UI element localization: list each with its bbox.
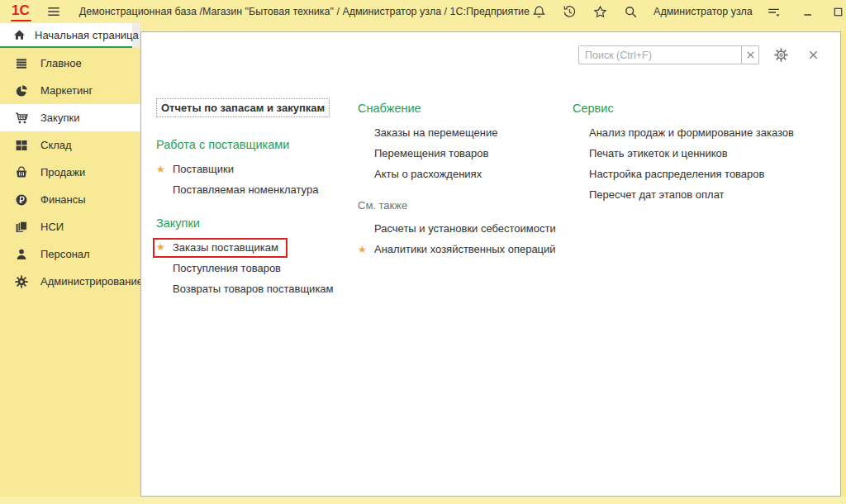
panel-close-button[interactable] [804, 48, 822, 62]
sidebar-item-personnel[interactable]: Персонал [0, 240, 140, 268]
person-icon [14, 248, 29, 261]
sidebar-item-purchases[interactable]: Закупки [0, 104, 140, 131]
nav-link[interactable]: Расчеты и установки себестоимости [358, 218, 574, 239]
clear-x-icon [743, 50, 758, 59]
nav-link[interactable]: ★Аналитики хозяйственных операций [358, 239, 574, 259]
sidebar-item-label: НСИ [40, 221, 64, 233]
home-icon [12, 29, 26, 41]
focused-link[interactable]: Отчеты по запасам и закупкам [156, 98, 330, 117]
history-button[interactable] [560, 3, 578, 21]
panel-toolbar [578, 45, 822, 64]
main-menu-button[interactable] [45, 2, 63, 21]
sidebar-item-sales[interactable]: Продажи [0, 159, 140, 186]
home-tab[interactable]: Начальная страница [0, 23, 132, 48]
commands-column-3: СервисАнализ продаж и формирование заказ… [573, 102, 845, 205]
sidebar-item-label: Финансы [40, 193, 86, 206]
section-header: Сервис [573, 102, 845, 115]
nav-link-label: Пересчет дат этапов оплат [589, 188, 725, 201]
nav-link-label: Заказы на перемещение [374, 126, 497, 139]
nav-link-label: Расчеты и установки себестоимости [374, 222, 556, 235]
nav-link-label: Поставляемая номенклатура [173, 183, 318, 196]
sidebar-item-label: Склад [40, 139, 72, 151]
sidebar-item-label: Продажи [40, 166, 85, 178]
favorite-star-icon: ★ [156, 164, 173, 174]
nav-link[interactable]: Настройка распределения товаров [573, 164, 845, 184]
nav-link-label: Поставщики [173, 163, 234, 175]
gear-icon [14, 275, 29, 288]
search-clear-button[interactable] [742, 45, 759, 64]
sidebar-item-label: Администрирование [40, 275, 143, 288]
pie-chart-icon [14, 84, 29, 97]
nav-link[interactable]: Поступления товаров [156, 258, 359, 278]
nav-link-label: Настройка распределения товаров [589, 168, 764, 180]
minimize-button[interactable] [799, 3, 817, 20]
favorites-star-icon [592, 5, 607, 19]
section-header: Работа с поставщиками [156, 138, 359, 151]
sidebar-item-nsi[interactable]: НСИ [0, 213, 140, 240]
nav-link[interactable]: Пересчет дат этапов оплат [573, 184, 845, 205]
sidebar-item-administration[interactable]: Администрирование [0, 268, 140, 295]
nav-link[interactable]: ★Поставщики [156, 159, 359, 179]
notifications-button[interactable] [530, 3, 548, 21]
search-input[interactable] [578, 45, 742, 64]
menu-icon [14, 57, 29, 70]
search-icon [623, 5, 638, 19]
connection-icon[interactable] [767, 5, 782, 19]
nav-link[interactable]: Печать этикеток и ценников [573, 143, 845, 164]
basket-icon [14, 166, 29, 179]
nav-link-label: Заказы поставщикам [173, 241, 278, 254]
history-icon [562, 5, 577, 19]
current-user-label[interactable]: Администратор узла [654, 6, 753, 17]
sidebar: ГлавноеМаркетингЗакупкиСкладПродажиФинан… [0, 48, 140, 497]
sidebar-item-label: Персонал [40, 248, 90, 260]
home-tab-label: Начальная страница [35, 29, 139, 41]
nav-link[interactable]: Перемещения товаров [358, 143, 574, 164]
favorite-star-icon: ★ [358, 245, 374, 254]
panel-close-x-icon [806, 50, 820, 60]
sidebar-item-warehouse[interactable]: Склад [0, 131, 140, 159]
hamburger-icon [46, 4, 61, 19]
warehouse-icon [14, 139, 29, 152]
cart-icon [14, 112, 29, 125]
books-icon [14, 221, 29, 234]
title-bar-actions: Администратор узла [530, 3, 846, 21]
commands-column-1: Отчеты по запасам и закупкамРабота с пос… [156, 98, 359, 299]
nav-link-label: Возвраты товаров поставщикам [173, 283, 334, 295]
favorite-star-icon: ★ [156, 242, 173, 252]
nav-link-label: Аналитики хозяйственных операций [374, 243, 556, 255]
panel-settings-button[interactable] [772, 46, 790, 64]
1c-logo: 1С [10, 2, 31, 21]
sidebar-item-label: Закупки [40, 112, 79, 124]
highlighted-link[interactable]: ★Заказы поставщикам [156, 237, 359, 258]
search-box [578, 45, 759, 64]
section-header: Закупки [156, 216, 359, 230]
nav-link-label: Перемещения товаров [374, 147, 488, 159]
nav-link-label: Акты о расхождениях [374, 168, 482, 180]
ruble-icon [14, 193, 29, 207]
maximize-icon [831, 6, 846, 18]
red-highlight-box: ★Заказы поставщикам [153, 238, 288, 258]
nav-link[interactable]: Акты о расхождениях [358, 164, 574, 184]
nav-link[interactable]: Поставляемая номенклатура [156, 179, 359, 200]
purchases-section-panel: Отчеты по запасам и закупкамРабота с пос… [140, 31, 841, 497]
nav-link[interactable]: Заказы на перемещение [358, 122, 574, 143]
maximize-button[interactable] [829, 4, 846, 20]
nav-link[interactable]: Возвраты товаров поставщикам [156, 278, 359, 299]
settings-gear-icon [773, 48, 788, 62]
favorites-button[interactable] [591, 3, 609, 21]
commands-column-2: СнабжениеЗаказы на перемещениеПеремещени… [358, 102, 574, 259]
sidebar-item-label: Главное [40, 57, 82, 69]
sidebar-item-main[interactable]: Главное [0, 50, 140, 77]
nav-link[interactable]: Анализ продаж и формирование заказов [573, 122, 845, 143]
sidebar-item-marketing[interactable]: Маркетинг [0, 77, 140, 104]
minimize-icon [801, 5, 815, 18]
nav-link-label: Печать этикеток и ценников [589, 147, 728, 159]
bell-icon [531, 5, 546, 19]
sidebar-item-finance[interactable]: Финансы [0, 186, 140, 213]
sidebar-item-label: Маркетинг [40, 84, 93, 97]
section-header: Снабжение [358, 102, 574, 115]
global-search-button[interactable] [621, 3, 639, 21]
window-title: Демонстрационная база /Магазин "Бытовая … [79, 6, 530, 17]
nav-link-label: Анализ продаж и формирование заказов [589, 126, 794, 139]
see-also-header: См. также [358, 199, 574, 212]
